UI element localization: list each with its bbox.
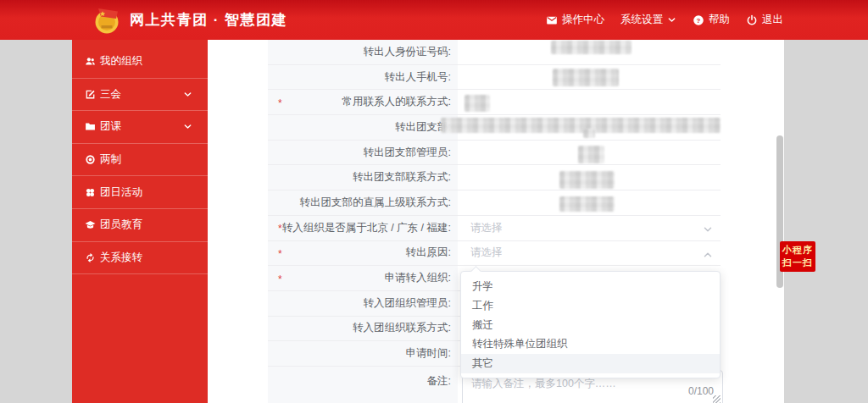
form-label: 转出原因: [406,246,451,260]
miniprogram-scan-tab[interactable]: 小程序 扫一扫 [780,241,815,272]
redacted-value [559,196,615,212]
sidebar-item-团日活动[interactable]: 团日活动 [72,176,208,209]
form-label: 转出团支部联系方式: [353,170,451,185]
form-label: 转入组织是否属于北京 / 广东 / 福建: [282,221,451,235]
form-label-cell: *常用联系人的联系方式: [268,90,458,114]
sidebar-item-我的组织[interactable]: 我的组织 [72,46,208,79]
form-value-cell [458,90,721,114]
sidebar-item-label: 三会 [100,87,121,102]
sidebar-item-两制[interactable]: 两制 [72,144,208,177]
remarks-placeholder: 请输入备注，最多100个字…… [471,377,616,391]
cyl-league-logo[interactable] [92,4,123,36]
form-row: *转入组织是否属于北京 / 广东 / 福建:请选择 [268,216,721,241]
sidebar-item-关系接转[interactable]: 关系接转 [72,242,208,275]
help-icon: ? [693,14,704,26]
clover-icon [85,187,96,198]
sidebar-item-label: 关系接转 [100,251,142,265]
form-label-cell: *转入组织是否属于北京 / 广东 / 福建: [268,216,458,240]
sidebar-item-三会[interactable]: 三会 [72,79,208,112]
chevron-down-icon [183,90,192,99]
svg-text:?: ? [697,16,701,24]
sidebar-item-label: 两制 [100,152,121,167]
form-label-cell: 转出团支部管理员: [268,141,458,165]
select-placeholder: 请选择 [470,221,503,235]
edit-icon [85,89,96,100]
redacted-value [553,69,619,86]
form-label: 备注: [427,374,451,389]
form-label: 转出人手机号: [385,70,451,85]
form-label-cell: 转入团组织管理员: [268,291,458,316]
sidebar-item-label: 我的组织 [100,54,142,69]
header-nav-label: 系统设置 [620,13,663,27]
select-placeholder: 请选择 [470,246,503,260]
miniprogram-tab-line1: 小程序 [782,244,813,257]
form-row: 转出团支部联系方式: [268,165,721,190]
dropdown-option[interactable]: 其它 [461,354,720,373]
dropdown-option[interactable]: 工作 [461,296,720,316]
form-label: 申请转入组织: [385,271,451,285]
users-icon [85,56,96,67]
sidebar-item-团员教育[interactable]: 团员教育 [72,209,208,242]
redacted-value [465,95,490,112]
header-nav-label: 操作中心 [562,13,604,27]
form-label-cell: 申请时间: [268,341,458,366]
redacted-value [559,171,615,189]
required-asterisk: * [278,273,282,284]
header-nav-系统设置[interactable]: 系统设置 [620,13,676,27]
form-label-cell: 备注: [268,367,458,403]
chevron-up-icon [703,248,713,258]
transfer-reason-dropdown: 升学工作搬迁转往特殊单位团组织其它 [460,271,721,378]
dropdown-option[interactable]: 升学 [461,277,720,296]
header-nav-操作中心[interactable]: 操作中心 [546,13,604,27]
redacted-value [578,146,604,163]
form-row: 转出团支部: [268,115,721,141]
form-label-cell: *转出原因: [268,241,458,266]
form-row: 转出人身份证号码: [268,40,721,65]
required-asterisk: * [278,97,282,108]
form-label: 转入团组织联系方式: [353,321,451,335]
form-label-cell: 转出团支部: [268,115,458,140]
form-row: *转出原因:请选择 [268,241,721,267]
sidebar-item-label: 团课 [100,119,121,134]
mail-icon [546,14,558,26]
header-nav-label: 退出 [762,13,783,27]
header-nav-label: 帮助 [709,13,730,27]
chevron-down-icon [667,15,676,25]
form-label-cell: 转出人手机号: [268,65,458,90]
form-value-cell[interactable]: 请选择 [458,216,721,240]
header-nav-帮助[interactable]: ?帮助 [693,13,730,27]
dropdown-option[interactable]: 转往特殊单位团组织 [461,334,720,354]
form-label-cell: *申请转入组织: [268,266,458,290]
sidebar-item-label: 团员教育 [100,218,142,232]
header-nav: 操作中心系统设置?帮助退出 [546,0,783,40]
resize-handle[interactable] [713,395,721,403]
folder-icon [85,121,96,132]
redacted-value [441,118,721,133]
header-nav-退出[interactable]: 退出 [746,13,783,27]
sidebar-item-label: 团日活动 [100,185,142,200]
redacted-value [551,41,632,54]
form-label: 申请时间: [406,346,451,361]
dropdown-option[interactable]: 搬迁 [461,316,720,335]
power-icon [746,14,758,26]
form-label-cell: 转出团支部的直属上级联系方式: [268,190,458,215]
form-label: 转出人身份证号码: [364,45,451,59]
sidebar-item-团课[interactable]: 团课 [72,111,208,144]
form-row: 转出人手机号: [268,65,721,91]
sidebar-menu: 我的组织三会团课两制团日活动团员教育关系接转 [72,40,208,403]
form-value-cell[interactable]: 请选择 [458,241,721,266]
form-row: *常用联系人的联系方式: [268,90,721,115]
chevron-down-icon [183,122,192,131]
redacted-value [583,129,595,138]
miniprogram-tab-line2: 扫一扫 [782,257,813,269]
grad-cap-icon [85,219,96,230]
char-counter: 0/100 [688,385,714,397]
form-label: 转入团组织管理员: [364,296,451,311]
page-title: 网上共青团 · 智慧团建 [130,0,287,40]
app-window: 网上共青团 · 智慧团建 操作中心系统设置?帮助退出 我的组织三会团课两制团日活… [0,0,868,403]
target-icon [85,154,96,165]
form-label: 转出团支部管理员: [364,146,451,160]
form-label-cell: 转出人身份证号码: [268,40,458,64]
required-asterisk: * [278,248,282,260]
app-header: 网上共青团 · 智慧团建 操作中心系统设置?帮助退出 [0,0,868,40]
